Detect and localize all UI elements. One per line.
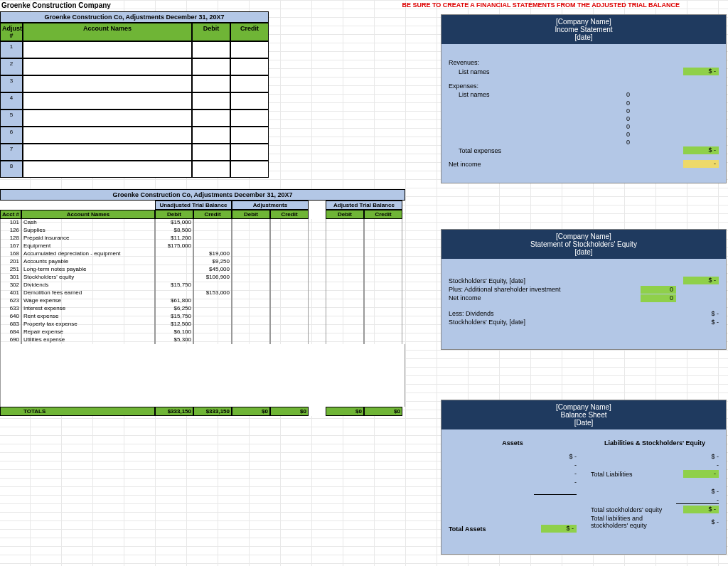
hdr-adjust-num: Adjust # xyxy=(0,23,23,41)
col-debit1: Debit xyxy=(155,210,193,219)
adj-header-row: Adjust # Account Names Debit Credit xyxy=(0,23,269,41)
bs-tse: Total stockholders' equity$ - xyxy=(591,505,719,514)
is-exp-zero: 0 xyxy=(449,114,719,122)
bs-title: [Company Name] Balance Sheet [Date] xyxy=(441,400,726,429)
tb-account-row[interactable]: 128Prepaid insurance$11,200 xyxy=(0,235,405,242)
sse-net-income: Net income0 xyxy=(449,294,719,302)
tb-account-row[interactable]: 167Equipment$175,000 xyxy=(0,242,405,250)
is-exp-zero: 0 xyxy=(449,130,719,138)
sse-plus-investment: Plus: Additional shareholder investment0 xyxy=(449,285,719,294)
is-revenues: Revenues: xyxy=(449,58,719,67)
totals-ad: $0 xyxy=(232,407,270,416)
is-net-income: Net income- xyxy=(449,159,719,169)
adj-row[interactable]: 4 xyxy=(0,92,269,110)
col-debit3: Debit xyxy=(326,210,364,219)
adj-row[interactable]: 3 xyxy=(0,75,269,92)
col-credit1: Credit xyxy=(193,210,232,219)
is-exp-zero: 0 xyxy=(449,138,719,146)
tb-account-row[interactable]: 401Demolition fees earned$153,000 xyxy=(0,289,405,297)
bs-liab-col: Liabilities & Stockholders' Equity $ - -… xyxy=(591,432,719,533)
adjustments-table: Groenke Construction Co, Adjustments Dec… xyxy=(0,11,269,178)
hdr-account: Account Names xyxy=(23,23,192,41)
tb-account-row[interactable]: 640Rent expense$15,750 xyxy=(0,313,405,321)
is-rev-list: List names$ - xyxy=(449,67,719,76)
balance-sheet: [Company Name] Balance Sheet [Date] Asse… xyxy=(441,400,727,555)
tb-account-row[interactable]: 251Long-term notes payable$45,000 xyxy=(0,266,405,274)
tb-account-row[interactable]: 633Interest expense$6,250 xyxy=(0,305,405,313)
bs-liab-hdr: Liabilities & Stockholders' Equity xyxy=(591,439,719,447)
tb-account-row[interactable]: 302Dividends$15,750 xyxy=(0,282,405,289)
trial-balance-table: Groenke Construction Co, Adjustments Dec… xyxy=(0,189,405,416)
tb-totals-row: TOTALS $333,150 $333,150 $0 $0 $0 $0 xyxy=(0,407,405,416)
tb-account-row[interactable]: 690Utilities expense$5,300 xyxy=(0,336,405,344)
sse-title: [Company Name] Statement of Stockholders… xyxy=(441,230,726,259)
adj-row[interactable]: 1 xyxy=(0,41,269,58)
stockholders-equity-statement: [Company Name] Statement of Stockholders… xyxy=(441,229,727,350)
col-name: Account Names xyxy=(21,210,155,219)
bs-assets-col: Assets $ - - - - Total Assets$ - xyxy=(449,432,577,533)
tb-title: Groenke Construction Co, Adjustments Dec… xyxy=(0,189,405,201)
is-total-exp: Total expenses$ - xyxy=(449,146,719,155)
totals-uc: $333,150 xyxy=(193,407,232,416)
totals-td: $0 xyxy=(326,407,364,416)
col-debit2: Debit xyxy=(232,210,270,219)
hdr-debit: Debit xyxy=(192,23,230,41)
bs-assets-hdr: Assets xyxy=(449,439,577,447)
tb-account-row[interactable]: 683Property tax expense$12,500 xyxy=(0,321,405,329)
bs-total-assets: Total Assets$ - xyxy=(449,524,577,533)
sub-adj: Adjustments xyxy=(232,201,309,210)
bs-tlse: Total liabilities and stockholders' equi… xyxy=(591,514,719,530)
adj-row[interactable]: 5 xyxy=(0,110,269,127)
tb-account-row[interactable]: 301Stockholders' equity$106,900 xyxy=(0,274,405,282)
sub-atb: Adjusted Trial Balance xyxy=(326,201,402,210)
totals-ud: $333,150 xyxy=(155,407,193,416)
bs-total-liab: Total Liabilities- xyxy=(591,469,719,479)
is-exp-zero: 0 xyxy=(449,107,719,114)
adj-row[interactable]: 7 xyxy=(0,144,269,161)
col-acct: Acct # xyxy=(0,210,21,219)
is-title: [Company Name] Income Statement [date] xyxy=(441,15,726,44)
tb-account-row[interactable]: 623Wage expense$61,800 xyxy=(0,297,405,305)
tb-subheader: Unadjusted Trial Balance Adjustments Adj… xyxy=(0,201,405,210)
tb-account-row[interactable]: 168Accumulated depreciation - equipment$… xyxy=(0,250,405,258)
is-exp-zero: 0 xyxy=(449,122,719,130)
adj-row[interactable]: 6 xyxy=(0,127,269,144)
tb-account-row[interactable]: 126Supplies$8,500 xyxy=(0,227,405,235)
is-expenses: Expenses: xyxy=(449,82,719,90)
tb-account-row[interactable]: 201Accounts payable$9,250 xyxy=(0,258,405,266)
tb-account-row[interactable]: 101Cash$15,000 xyxy=(0,219,405,227)
hdr-credit: Credit xyxy=(230,23,269,41)
adj-row[interactable]: 8 xyxy=(0,161,269,178)
adj-row[interactable]: 2 xyxy=(0,58,269,75)
tb-account-row[interactable]: 684Repair expense$6,100 xyxy=(0,329,405,336)
sse-beg-equity: Stockholders' Equity, [date]$ - xyxy=(449,276,719,285)
income-statement: [Company Name] Income Statement [date] R… xyxy=(441,14,727,183)
col-credit2: Credit xyxy=(270,210,309,219)
tb-column-header: Acct # Account Names Debit Credit Debit … xyxy=(0,210,405,219)
adj-title: Groenke Construction Co, Adjustments Dec… xyxy=(0,11,269,23)
col-credit3: Credit xyxy=(364,210,402,219)
totals-ac: $0 xyxy=(270,407,309,416)
page-title: Groenke Construction Company xyxy=(1,1,111,9)
totals-tc: $0 xyxy=(364,407,402,416)
sub-utb: Unadjusted Trial Balance xyxy=(155,201,232,210)
is-exp-list: List names0 xyxy=(449,90,719,99)
sse-less-div: Less: Dividends$ - xyxy=(449,309,719,318)
is-exp-zero: 0 xyxy=(449,99,719,107)
sse-end-equity: Stockholders' Equity, [date]$ - xyxy=(449,318,719,326)
warning-text: BE SURE TO CREATE A FINANCIAL STATEMENTS… xyxy=(402,1,680,9)
totals-label: TOTALS xyxy=(0,407,155,416)
